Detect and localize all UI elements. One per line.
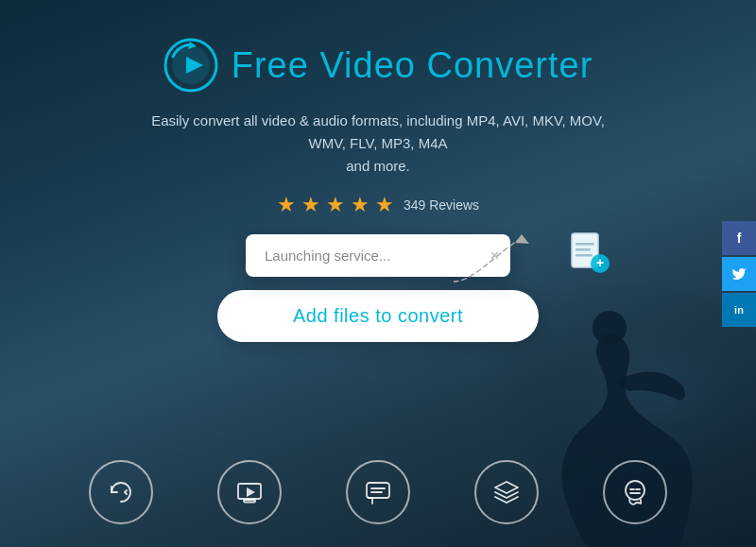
media-player-icon[interactable]	[217, 460, 282, 524]
refresh-convert-icon[interactable]	[89, 460, 153, 524]
rating-row: ★ ★ ★ ★ ★ 349 Reviews	[277, 193, 479, 217]
svg-rect-5	[576, 254, 593, 257]
svg-marker-15	[247, 487, 255, 497]
star-2: ★	[301, 193, 320, 217]
feedback-icon[interactable]	[603, 460, 667, 524]
svg-rect-14	[244, 500, 255, 503]
dashed-arrow-decoration	[454, 230, 539, 291]
layers-icon[interactable]	[474, 460, 539, 524]
svg-rect-4	[576, 248, 591, 251]
twitter-button[interactable]	[722, 257, 756, 291]
app-header: Free Video Converter	[163, 38, 593, 93]
star-4: ★	[351, 193, 369, 217]
star-1: ★	[277, 193, 296, 217]
svg-point-19	[626, 481, 644, 500]
app-title: Free Video Converter	[232, 45, 593, 86]
launching-text: Launching service...	[265, 248, 390, 264]
facebook-button[interactable]: f	[722, 221, 756, 255]
star-5: ★	[375, 193, 394, 217]
svg-marker-12	[515, 234, 529, 244]
linkedin-button[interactable]: in	[722, 293, 756, 327]
svg-text:+: +	[596, 255, 604, 270]
svg-rect-16	[367, 483, 389, 498]
floating-file-icon: +	[568, 231, 610, 284]
bottom-icons-row	[0, 460, 756, 524]
svg-rect-3	[576, 243, 594, 246]
app-logo	[163, 38, 218, 93]
launching-popup-area: Launching service... ×	[208, 234, 548, 277]
chat-icon[interactable]	[346, 460, 410, 524]
app-subtitle: Easily convert all video & audio formats…	[142, 110, 614, 178]
add-files-button[interactable]: Add files to convert	[217, 290, 539, 342]
star-3: ★	[326, 193, 345, 217]
reviews-count: 349 Reviews	[404, 197, 479, 213]
social-sidebar: f in	[722, 221, 756, 327]
